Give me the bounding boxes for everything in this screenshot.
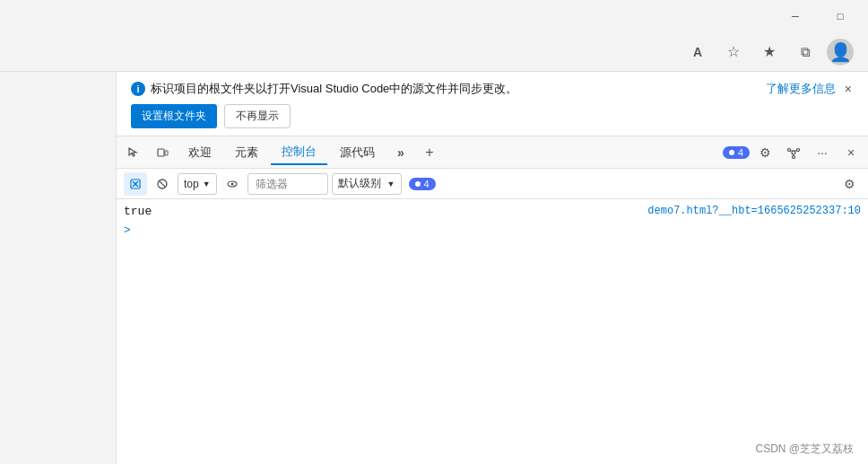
info-icon: i [131,82,145,96]
log-value: true [124,205,152,218]
learn-more-link[interactable]: 了解更多信息 [766,81,836,97]
cursor-icon [127,146,140,159]
filter-input[interactable] [247,173,328,195]
block-icon [156,178,169,190]
console-prompt: > [117,221,868,238]
browser-toolbar: A ☆ ★ ⧉ 👤 [0,32,868,72]
log-source-link[interactable]: demo7.html?__hbt=1665625252337:10 [647,205,861,217]
clear-console-button[interactable] [124,172,147,196]
devices-icon [156,146,169,159]
devtools-close-button[interactable]: × [838,140,864,165]
left-sidebar [0,72,117,464]
console-toolbar: top ▼ 默认级别 ▼ 4 ⚙ [117,169,868,199]
block-icon-button[interactable] [151,172,174,196]
network-icon [787,146,800,159]
prompt-chevron[interactable]: > [124,223,131,236]
info-banner: i 标识项目的根文件夹以打开Visual Studio Code中的源文件并同步… [117,72,868,136]
eye-button[interactable] [221,172,244,196]
context-dropdown[interactable]: top ▼ [178,173,217,195]
info-banner-left: i 标识项目的根文件夹以打开Visual Studio Code中的源文件并同步… [131,81,517,97]
svg-point-15 [230,182,233,185]
minimize-button[interactable]: ─ [775,2,816,31]
svg-point-2 [792,151,795,154]
info-banner-text: 标识项目的根文件夹以打开Visual Studio Code中的源文件并同步更改… [151,81,517,97]
clear-icon [129,178,142,190]
add-favorite-icon[interactable]: ☆ [719,38,748,66]
info-banner-row1: i 标识项目的根文件夹以打开Visual Studio Code中的源文件并同步… [131,81,854,97]
dismiss-button[interactable]: 不再显示 [224,104,291,128]
title-bar: ─ □ [0,0,868,32]
select-element-icon[interactable] [120,140,147,165]
eye-icon [226,178,239,190]
tab-welcome[interactable]: 欢迎 [178,140,222,165]
console-output: true demo7.html?__hbt=1665625252337:10 > [117,199,868,464]
close-banner-button[interactable]: × [843,82,854,96]
font-size-icon[interactable]: A [683,38,712,66]
svg-rect-0 [158,149,164,156]
devtools-tabs: 欢迎 元素 控制台 源代码 » + 4 [117,136,868,169]
device-emulation-icon[interactable] [149,140,176,165]
tab-sources[interactable]: 源代码 [329,140,386,165]
level-dropdown[interactable]: 默认级别 ▼ [332,173,402,195]
badge-dot [729,150,734,155]
console-line: true demo7.html?__hbt=1665625252337:10 [117,203,868,221]
devtools-more-button[interactable]: ··· [809,140,836,165]
svg-line-13 [160,180,166,187]
avatar-icon: 👤 [829,41,852,63]
set-root-folder-button[interactable]: 设置根文件夹 [131,104,217,128]
favorites-icon[interactable]: ★ [755,38,784,66]
more-tabs-button[interactable]: » [387,140,414,165]
restore-button[interactable]: □ [820,2,861,31]
tab-elements[interactable]: 元素 [224,140,269,165]
tab-console[interactable]: 控制台 [271,140,327,165]
profile-avatar[interactable]: 👤 [827,39,854,66]
info-banner-right: 了解更多信息 × [766,81,854,97]
info-banner-row2: 设置根文件夹 不再显示 [131,104,854,128]
console-badge[interactable]: 4 [409,178,436,190]
issues-badge[interactable]: 4 [723,146,750,159]
tabs-right-actions: 4 ⚙ ··· [723,140,864,165]
main-panel: i 标识项目的根文件夹以打开Visual Studio Code中的源文件并同步… [117,72,868,464]
devtools-network-button[interactable] [780,140,807,165]
add-tab-button[interactable]: + [416,140,443,165]
devtools-settings-button[interactable]: ⚙ [751,140,778,165]
svg-rect-1 [165,151,168,155]
split-screen-icon[interactable]: ⧉ [791,38,820,66]
console-settings-button[interactable]: ⚙ [838,172,861,196]
footer-watermark: CSDN @芝芝又荔枝 [755,442,854,457]
svg-point-5 [793,155,795,158]
console-badge-dot [415,181,421,187]
